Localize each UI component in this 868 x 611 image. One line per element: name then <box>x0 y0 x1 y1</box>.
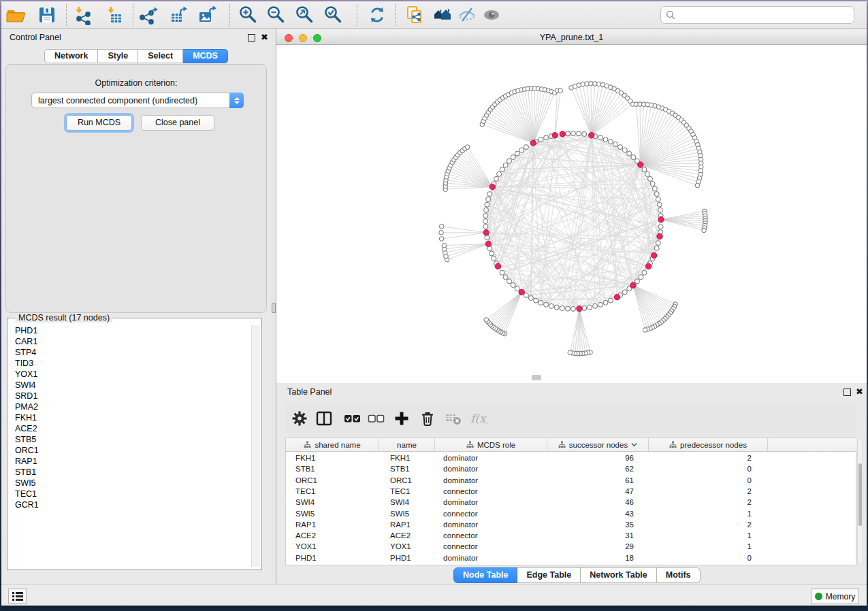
toolbar-separator <box>133 4 133 26</box>
optimization-criterion-select[interactable]: largest connected component (undirected) <box>31 93 244 108</box>
tab-mcds[interactable]: MCDS <box>183 49 228 63</box>
memory-label: Memory <box>826 592 855 601</box>
mcds-result-item[interactable]: YOX1 <box>9 369 248 380</box>
splitter-handle[interactable] <box>272 303 276 313</box>
add-column-icon[interactable] <box>393 410 411 427</box>
task-history-button[interactable] <box>8 589 27 604</box>
show-all-icon[interactable] <box>481 5 502 25</box>
table-tabs: Node TableEdge TableNetwork TableMotifs <box>453 567 701 583</box>
desktop: { "toolbar": { "groups": [2, 2, 3, 4, 1,… <box>0 0 868 611</box>
control-panel: Control Panel ✖ NetworkStyleSelectMCDS O… <box>1 29 271 585</box>
mcds-result-item[interactable]: RAP1 <box>9 456 248 467</box>
zoom-out-icon[interactable] <box>266 5 287 25</box>
zoom-fit-icon[interactable] <box>295 5 315 25</box>
column-header-predecessor-nodes[interactable]: predecessor nodes <box>649 438 768 452</box>
mcds-result-item[interactable]: PMA2 <box>9 401 248 412</box>
mcds-result-item[interactable]: GCR1 <box>9 499 248 510</box>
memory-button[interactable]: Memory <box>811 589 859 604</box>
tab-select[interactable]: Select <box>138 49 183 63</box>
refresh-icon[interactable] <box>367 5 387 25</box>
table-scrollbar-thumb[interactable] <box>858 463 862 526</box>
tab-style[interactable]: Style <box>98 49 138 63</box>
export-table-icon[interactable] <box>169 5 189 25</box>
column-header-MCDS-role[interactable]: MCDS role <box>435 438 547 452</box>
table-row-YOX1[interactable]: YOX1YOX1connector291 <box>286 541 857 552</box>
table-row-SWI5[interactable]: SWI5SWI5connector431 <box>286 508 857 519</box>
table-settings-icon[interactable] <box>291 410 308 427</box>
control-panel-tabs: NetworkStyleSelectMCDS <box>1 49 271 64</box>
zoom-selected-icon[interactable] <box>323 5 344 25</box>
tab-edge-table[interactable]: Edge Table <box>517 567 581 583</box>
network-area: YPA_prune.txt_1 Table Panel ✖ f(x) share… <box>276 29 867 585</box>
export-network-icon[interactable] <box>140 5 160 25</box>
table-row-STB1[interactable]: STB1STB1dominator620 <box>286 463 857 474</box>
column-header-shared-name[interactable]: shared name <box>286 438 379 452</box>
delete-column-icon[interactable] <box>419 410 436 427</box>
tab-network-table[interactable]: Network Table <box>581 567 657 583</box>
export-image-icon[interactable] <box>197 5 218 25</box>
select-all-icon[interactable] <box>344 410 361 427</box>
close-panel-button[interactable]: Close panel <box>141 115 214 131</box>
tab-motifs[interactable]: Motifs <box>657 567 701 583</box>
mcds-result-item[interactable]: STB1 <box>9 467 248 478</box>
mcds-result-item[interactable]: STB5 <box>9 434 248 445</box>
tab-network[interactable]: Network <box>44 49 98 63</box>
toolbar-separator <box>229 4 230 26</box>
mcds-result-item[interactable]: FKH1 <box>9 412 248 423</box>
network-window-titlebar[interactable]: YPA_prune.txt_1 <box>276 30 867 45</box>
table-row-PHD1[interactable]: PHD1PHD1dominator180 <box>286 552 857 563</box>
mcds-result-item[interactable]: TID3 <box>9 358 248 369</box>
mcds-result-item[interactable]: SWI4 <box>9 380 248 391</box>
search-input[interactable] <box>679 10 842 20</box>
network-view-canvas[interactable] <box>276 45 867 383</box>
mcds-list-scrollbar[interactable] <box>251 325 260 567</box>
mcds-result-item[interactable]: SWI5 <box>9 478 248 489</box>
mcds-result-item[interactable]: ORC1 <box>9 445 248 456</box>
mcds-result-list: PHD1CAR1STP4TID3YOX1SWI4SRD1PMA2FKH1ACE2… <box>9 325 248 567</box>
float-panel-icon[interactable] <box>248 34 255 42</box>
list-icon <box>12 591 24 601</box>
mcds-options-box: Optimization criterion: largest connecte… <box>5 64 267 313</box>
close-panel-icon[interactable]: ✖ <box>261 32 268 42</box>
run-mcds-button[interactable]: Run MCDS <box>66 115 132 131</box>
deselect-all-icon[interactable] <box>368 410 385 427</box>
table-row-ORC1[interactable]: ORC1ORC1dominator610 <box>286 475 857 486</box>
network-graph[interactable] <box>276 45 867 383</box>
column-header-filler <box>768 438 856 452</box>
tab-node-table[interactable]: Node Table <box>453 567 517 583</box>
mcds-result-item[interactable]: PHD1 <box>9 325 248 336</box>
network-hscroll-thumb[interactable] <box>532 375 541 380</box>
mcds-result-item[interactable]: ACE2 <box>9 423 248 434</box>
table-row-TEC1[interactable]: TEC1TEC1connector472 <box>286 486 857 497</box>
close-table-panel-icon[interactable]: ✖ <box>856 386 863 397</box>
mcds-result-group: MCDS result (17 nodes) PHD1CAR1STP4TID3Y… <box>7 318 262 570</box>
search-icon <box>666 10 675 20</box>
mcds-result-item[interactable]: STP4 <box>9 347 248 358</box>
network-window-title: YPA_prune.txt_1 <box>276 33 867 42</box>
mcds-result-item[interactable]: CAR1 <box>9 336 248 347</box>
mcds-result-item[interactable]: SRD1 <box>9 391 248 401</box>
import-network-icon[interactable] <box>74 5 94 25</box>
import-table-icon[interactable] <box>106 5 126 25</box>
first-neighbors-icon[interactable] <box>432 5 453 25</box>
hide-selected-icon[interactable] <box>457 5 477 25</box>
table-row-ACE2[interactable]: ACE2ACE2connector311 <box>286 530 857 541</box>
mcds-result-item[interactable]: TEC1 <box>9 489 248 499</box>
search-field[interactable] <box>660 6 854 24</box>
function-builder-icon: f(x) <box>470 410 487 427</box>
panel-splitter[interactable] <box>271 29 276 585</box>
save-session-icon[interactable] <box>37 5 57 25</box>
new-network-from-selection-icon[interactable] <box>404 5 425 25</box>
table-panel: Table Panel ✖ f(x) shared namenameMCDS r… <box>276 383 867 585</box>
open-file-icon[interactable] <box>5 5 26 25</box>
table-row-SWI4[interactable]: SWI4SWI4dominator462 <box>286 497 857 508</box>
node-table: shared namenameMCDS rolesuccessor nodesp… <box>285 437 856 565</box>
table-row-FKH1[interactable]: FKH1FKH1dominator962 <box>286 452 857 463</box>
table-scrollbar[interactable] <box>857 438 863 565</box>
float-table-panel-icon[interactable] <box>843 389 851 396</box>
column-layout-icon[interactable] <box>315 410 333 427</box>
column-header-name[interactable]: name <box>379 438 435 452</box>
zoom-in-icon[interactable] <box>238 5 259 25</box>
column-header-successor-nodes[interactable]: successor nodes <box>547 438 649 452</box>
table-row-RAP1[interactable]: RAP1RAP1dominator352 <box>286 519 857 530</box>
